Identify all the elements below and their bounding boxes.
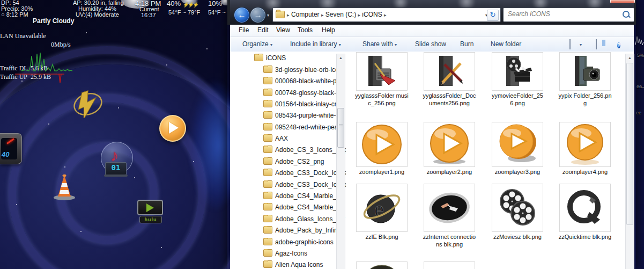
- views-icon[interactable]: [569, 40, 579, 48]
- share-with-button[interactable]: Share with ▾: [362, 40, 397, 48]
- refresh-button[interactable]: ↻: [487, 10, 499, 21]
- tree-item[interactable]: Adobe_CS4_Marble_Ico: [263, 192, 346, 202]
- address-bar[interactable]: ▸ Computer ▸ Seven (C:) ▸ iCONS ▸ ▾ ↻: [272, 8, 501, 22]
- file-tile[interactable]: zoomplayer1.png: [354, 122, 410, 176]
- play-orb-icon: [424, 122, 475, 167]
- file-tile[interactable]: zoomplayer2.png: [421, 122, 477, 176]
- file-tile-partial[interactable]: [421, 261, 477, 269]
- tree-scrollbar-thumb[interactable]: [337, 108, 344, 148]
- file-tile[interactable]: yyglasssFolder_Documents256.png: [421, 52, 477, 107]
- tree-item[interactable]: Adobe_CS3_Dock_Icons: [263, 180, 346, 191]
- file-tile[interactable]: zoomplayer4.png: [557, 122, 613, 176]
- ie-black-icon: e: [356, 184, 408, 232]
- tree-item[interactable]: adobe-graphic-icons: [263, 238, 346, 249]
- search-icon[interactable]: [623, 11, 630, 18]
- file-name: zoomplayer2.png: [421, 169, 477, 176]
- tree-item[interactable]: Adobe_Pack_by_Infinity: [263, 226, 346, 237]
- tree-item[interactable]: 000748-glossy-black-co: [263, 89, 346, 99]
- menu-view[interactable]: View: [276, 26, 290, 34]
- search-input[interactable]: [507, 10, 616, 18]
- tree-item[interactable]: Adobe_Glass_Icons_ver: [263, 215, 346, 226]
- breadcrumb-arrow-icon: ▸: [384, 12, 387, 18]
- include-in-library-button[interactable]: Include in library ▾: [290, 40, 341, 48]
- music-counter: 01: [105, 162, 127, 175]
- tree-item[interactable]: 095248-red-white-pearl: [263, 123, 346, 134]
- tree-item[interactable]: Adobe_CS4_Marble_Ico: [263, 203, 346, 214]
- menu-edit[interactable]: Edit: [257, 26, 269, 34]
- storm-bolts-icon: ⚡⚡⚡: [183, 2, 198, 8]
- lan-status: LAN Unavailable: [0, 32, 46, 40]
- tree-item[interactable]: Adobe_CS3_Dock_Icons: [263, 169, 346, 179]
- flash-bolt-icon[interactable]: [73, 90, 103, 118]
- tree-item[interactable]: 3d-glossy-blue-orb-ico: [263, 66, 346, 76]
- condition: Partly Cloudy: [33, 17, 74, 25]
- folder-icon: [254, 54, 263, 61]
- content-scrollbar[interactable]: ▲: [625, 54, 634, 269]
- breadcrumb-computer[interactable]: Computer: [291, 11, 320, 18]
- file-tile[interactable]: zzInternet connections blk.png: [421, 184, 477, 249]
- history-dropdown-icon[interactable]: ▾: [267, 13, 269, 18]
- tree-scrollbar[interactable]: ▲: [336, 54, 345, 269]
- file-name: zzMoviesz blk.png: [490, 234, 545, 241]
- clock-24h: 16:37: [141, 12, 156, 18]
- quicktime-icon: [559, 184, 611, 232]
- tree-item[interactable]: Alien Aqua Icons: [263, 260, 346, 269]
- file-tile[interactable]: zzQuicktime blk.png: [557, 184, 613, 241]
- gauge-value: 40: [2, 150, 9, 158]
- internet-connections-icon: [424, 184, 475, 232]
- vlc-cone-icon[interactable]: [53, 173, 76, 201]
- file-name: zoomplayer1.png: [354, 169, 410, 176]
- explorer-window: ← → ▾ ▸ Computer ▸ Seven (C:) ▸ iCONS ▸ …: [227, 0, 636, 269]
- traffic-dl-label: Traffic DL: [0, 64, 28, 72]
- file-tile[interactable]: yypix Folder_256.png: [557, 52, 613, 107]
- file-tile[interactable]: yyglasssFolder music_256.png: [354, 52, 410, 107]
- music-folder-icon: [356, 52, 408, 91]
- file-tile[interactable]: zzMoviesz blk.png: [490, 184, 545, 241]
- breadcrumb-drive[interactable]: Seven (C:): [325, 11, 356, 18]
- file-tile-partial[interactable]: [354, 261, 410, 269]
- file-name: yypix Folder_256.png: [557, 92, 613, 107]
- preview-pane-icon[interactable]: [596, 40, 605, 48]
- waveform-fragment: [635, 34, 644, 47]
- scroll-up-icon[interactable]: ▲: [337, 54, 345, 62]
- file-name: zoomplayer4.png: [557, 169, 613, 176]
- breadcrumb-folder[interactable]: iCONS: [362, 11, 382, 18]
- file-tile[interactable]: e zzIE Blk.png: [354, 184, 410, 241]
- organize-button[interactable]: Organize ▾: [242, 40, 272, 48]
- scroll-up-icon[interactable]: ▲: [626, 54, 634, 62]
- tree-item[interactable]: 001564-black-inlay-crys: [263, 100, 346, 111]
- film-reels-icon: [492, 184, 543, 232]
- traffic-dl-value: 5.6 kB: [31, 64, 48, 72]
- content-scrollbar-thumb[interactable]: [626, 63, 633, 225]
- play-orb-icon[interactable]: [159, 115, 186, 142]
- file-tile[interactable]: yymovieeFolder_256.png: [490, 52, 545, 107]
- address-folder-icon: [276, 11, 285, 18]
- menu-help[interactable]: Help: [322, 26, 335, 34]
- tree-item[interactable]: Adobe_CS_3_Icons_Rep: [263, 146, 346, 156]
- tree-item[interactable]: 085434-purple-white-p: [263, 111, 346, 122]
- tree-root[interactable]: iCONS: [254, 54, 346, 64]
- tree-item[interactable]: Agaz-Icons: [263, 249, 346, 260]
- back-button[interactable]: ←: [234, 7, 250, 23]
- menu-tools[interactable]: Tools: [298, 26, 313, 34]
- help-icon[interactable]: ?: [617, 40, 627, 48]
- tree-item[interactable]: AAX: [263, 134, 346, 145]
- tree-item[interactable]: 000068-black-white-pe: [263, 77, 346, 88]
- close-button-sliver[interactable]: [610, 0, 635, 3]
- hulu-icon[interactable]: hulu: [137, 200, 163, 222]
- documents-folder-icon: [424, 52, 475, 91]
- file-name: zoomplayer3.png: [490, 169, 545, 176]
- file-name: zzQuicktime blk.png: [557, 234, 613, 241]
- slide-show-button[interactable]: Slide show: [415, 40, 446, 48]
- burn-button[interactable]: Burn: [460, 40, 473, 48]
- forward-button[interactable]: →: [250, 7, 266, 23]
- tree-item[interactable]: Adobe_CS2_png: [263, 157, 346, 168]
- sunset-row: ○ 8:12 PM: [1, 11, 28, 18]
- play-orb-icon: [492, 122, 543, 167]
- file-grid: yyglasssFolder music_256.png yyglasssFol…: [346, 52, 625, 269]
- fragment-percent: 5%: [637, 53, 644, 58]
- file-tile[interactable]: zoomplayer3.png: [490, 122, 545, 176]
- new-folder-button[interactable]: New folder: [491, 40, 521, 48]
- views-dropdown-icon[interactable]: ▾: [580, 40, 582, 48]
- menu-file[interactable]: File: [239, 26, 249, 34]
